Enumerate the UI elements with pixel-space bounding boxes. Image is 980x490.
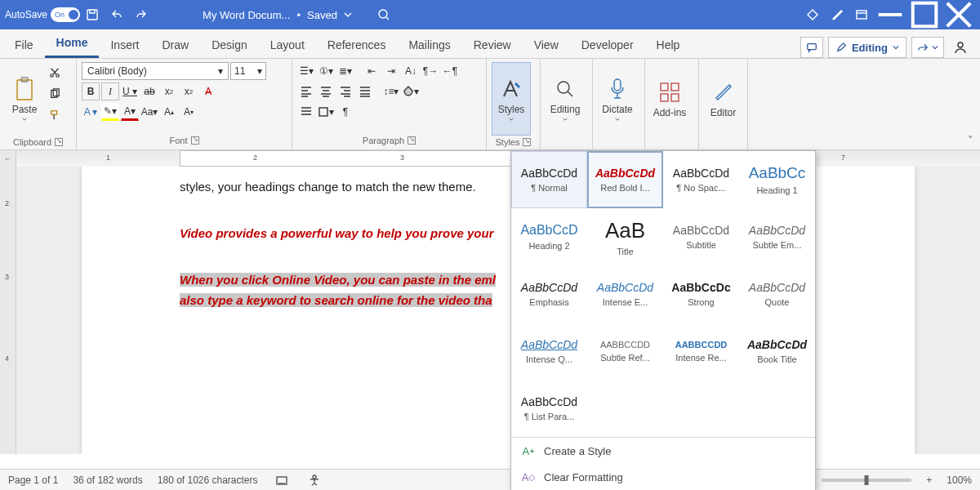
- increase-indent-icon[interactable]: ⇥: [382, 62, 400, 80]
- style-item[interactable]: AaBbCcDdRed Bold I...: [587, 151, 663, 208]
- editor-button[interactable]: Editor: [704, 62, 742, 136]
- font-size-dropdown[interactable]: 11▾: [230, 62, 266, 80]
- align-center-icon[interactable]: [317, 82, 335, 100]
- style-item[interactable]: AABBCCDDSubtle Ref...: [587, 323, 663, 380]
- style-item[interactable]: AaBbCcDdIntense Q...: [511, 323, 587, 380]
- style-item[interactable]: AaBbCcDdSubtle Em...: [739, 208, 815, 265]
- document-title[interactable]: My Word Docum... • Saved: [203, 9, 352, 21]
- grow-font-icon[interactable]: A▴: [160, 103, 178, 121]
- tab-view[interactable]: View: [523, 32, 570, 58]
- dialog-launcher-icon[interactable]: [408, 136, 416, 145]
- autosave-toggle[interactable]: AutoSave On: [5, 7, 80, 22]
- decrease-indent-icon[interactable]: ⇤: [363, 62, 381, 80]
- minimize-button[interactable]: [874, 2, 906, 27]
- tab-home[interactable]: Home: [45, 29, 100, 58]
- style-item[interactable]: AaBbCcDdQuote: [739, 265, 815, 323]
- style-item[interactable]: AaBbCcHeading 1: [739, 151, 815, 208]
- text-effects-icon[interactable]: A ▾: [82, 103, 100, 121]
- zoom-slider[interactable]: [822, 479, 911, 482]
- editing-mode-button[interactable]: Editing: [828, 37, 906, 58]
- editing-group-button[interactable]: Editing: [546, 62, 585, 136]
- format-painter-icon[interactable]: [46, 106, 64, 124]
- search-icon[interactable]: [376, 7, 391, 22]
- window-icon[interactable]: [849, 2, 874, 27]
- tab-references[interactable]: References: [316, 32, 398, 58]
- style-item[interactable]: AaBbCcDHeading 2: [511, 208, 587, 265]
- style-item[interactable]: AaBbCcDdIntense E...: [587, 265, 663, 323]
- style-item[interactable]: AaBbCcDdSubtitle: [663, 208, 739, 265]
- font-name-dropdown[interactable]: Calibri (Body)▾: [82, 62, 229, 80]
- horizontal-ruler[interactable]: 1 2 3 7: [16, 150, 980, 167]
- highlight-icon[interactable]: ✎▾: [101, 103, 119, 121]
- toggle-switch[interactable]: On: [51, 7, 80, 22]
- tab-insert[interactable]: Insert: [99, 32, 150, 58]
- shrink-font-icon[interactable]: A▾: [180, 103, 198, 121]
- multilevel-list-icon[interactable]: ≣▾: [336, 62, 354, 80]
- diamond-icon[interactable]: [800, 2, 825, 27]
- tab-developer[interactable]: Developer: [570, 32, 645, 58]
- bullets-icon[interactable]: ☰▾: [297, 62, 315, 80]
- numbering-icon[interactable]: ①▾: [317, 62, 335, 80]
- ltr-icon[interactable]: ¶→: [421, 62, 439, 80]
- styles-button[interactable]: Styles: [492, 62, 531, 136]
- char-count[interactable]: 180 of 1026 characters: [158, 474, 258, 486]
- tab-help[interactable]: Help: [645, 32, 692, 58]
- style-item[interactable]: AaBbCcDd¶ No Spac...: [663, 151, 739, 208]
- style-item[interactable]: AaBTitle: [587, 208, 663, 265]
- italic-button[interactable]: I: [101, 82, 119, 100]
- shading-icon[interactable]: ▾: [402, 82, 420, 100]
- underline-button[interactable]: U ▾: [121, 82, 139, 100]
- comments-button[interactable]: [800, 37, 823, 58]
- superscript-button[interactable]: x2: [180, 82, 198, 100]
- account-icon[interactable]: [949, 38, 972, 56]
- collapse-ribbon-icon[interactable]: ˅: [960, 59, 980, 149]
- tab-design[interactable]: Design: [200, 32, 259, 58]
- dictate-button[interactable]: Dictate: [598, 62, 637, 136]
- maximize-button[interactable]: [908, 2, 941, 27]
- distribute-icon[interactable]: [297, 103, 315, 121]
- copy-icon[interactable]: [46, 85, 64, 103]
- zoom-level[interactable]: 100%: [947, 474, 972, 486]
- strikethrough-button[interactable]: ab: [140, 82, 158, 100]
- share-button[interactable]: [911, 37, 944, 58]
- redo-icon[interactable]: [129, 2, 154, 27]
- dialog-launcher-icon[interactable]: [55, 138, 63, 146]
- tab-draw[interactable]: Draw: [150, 32, 200, 58]
- tab-review[interactable]: Review: [462, 32, 523, 58]
- paste-button[interactable]: Paste: [5, 62, 44, 136]
- undo-icon[interactable]: [105, 2, 129, 27]
- page-indicator[interactable]: Page 1 of 1: [8, 474, 58, 486]
- bold-button[interactable]: B: [82, 82, 100, 100]
- tab-layout[interactable]: Layout: [259, 32, 316, 58]
- addins-button[interactable]: Add-ins: [650, 62, 689, 136]
- align-left-icon[interactable]: [297, 82, 315, 100]
- style-item[interactable]: AaBbCcDdEmphasis: [511, 265, 587, 323]
- accessibility-icon[interactable]: [305, 471, 323, 489]
- style-item[interactable]: AaBbCcDcStrong: [663, 265, 739, 323]
- dialog-launcher-icon[interactable]: [523, 138, 531, 146]
- align-right-icon[interactable]: [336, 82, 354, 100]
- save-icon[interactable]: [80, 2, 105, 27]
- subscript-button[interactable]: x2: [160, 82, 178, 100]
- font-color-icon[interactable]: A▾: [121, 103, 139, 121]
- style-item[interactable]: AaBbCcDdBook Title: [739, 323, 815, 380]
- dialog-launcher-icon[interactable]: [191, 136, 199, 145]
- zoom-in-button[interactable]: +: [926, 474, 932, 486]
- tab-file[interactable]: File: [3, 32, 45, 58]
- style-item[interactable]: AABBCCDDIntense Re...: [663, 323, 739, 380]
- clear-format-icon[interactable]: A̶: [199, 82, 217, 100]
- style-item[interactable]: AaBbCcDd¶ List Para...: [511, 380, 587, 437]
- change-case-icon[interactable]: Aa▾: [140, 103, 158, 121]
- tab-mailings[interactable]: Mailings: [397, 32, 461, 58]
- create-style-item[interactable]: A+ Create a Style: [511, 438, 815, 464]
- rtl-icon[interactable]: ←¶: [441, 62, 459, 80]
- justify-icon[interactable]: [356, 82, 374, 100]
- sort-icon[interactable]: A↓: [402, 62, 420, 80]
- style-item[interactable]: AaBbCcDd¶ Normal: [511, 151, 587, 208]
- cut-icon[interactable]: [46, 64, 64, 82]
- brush-icon[interactable]: [825, 2, 849, 27]
- line-spacing-icon[interactable]: ↕≡▾: [382, 82, 400, 100]
- close-button[interactable]: [942, 2, 975, 27]
- spellcheck-icon[interactable]: [273, 471, 291, 489]
- pilcrow-icon[interactable]: ¶: [336, 103, 354, 121]
